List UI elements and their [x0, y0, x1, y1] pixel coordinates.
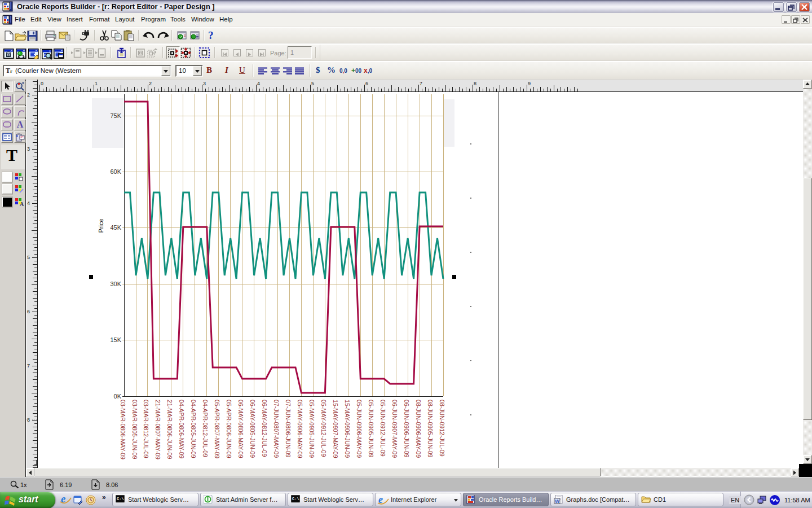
- svg-text:03-MAR-0812-JUL-09: 03-MAR-0812-JUL-09: [143, 400, 149, 458]
- svg-text:06-MAY-0812-JUL-09: 06-MAY-0812-JUL-09: [261, 400, 268, 457]
- svg-text:75K: 75K: [110, 112, 121, 119]
- svg-text:5: 5: [27, 255, 30, 260]
- svg-text:60K: 60K: [110, 168, 121, 175]
- svg-text:07-JUN-0807-MAY-09: 07-JUN-0807-MAY-09: [273, 400, 280, 458]
- svg-text:Price: Price: [98, 218, 104, 233]
- svg-text:04-APR-0812-JUL-09: 04-APR-0812-JUL-09: [202, 400, 209, 457]
- svg-text:0K: 0K: [114, 393, 122, 400]
- svg-text:W: W: [555, 498, 560, 504]
- svg-text:05-JUN-0905-JUN-09: 05-JUN-0905-JUN-09: [368, 400, 374, 458]
- svg-text:C:\: C:\: [117, 497, 124, 501]
- svg-text:05-MAY-0912-JUL-09: 05-MAY-0912-JUL-09: [320, 400, 327, 457]
- svg-text:7: 7: [27, 363, 30, 369]
- svg-text:03-MAR-0805-JUN-09: 03-MAR-0805-JUN-09: [131, 400, 138, 459]
- svg-text:8: 8: [474, 81, 476, 86]
- svg-text:A: A: [20, 201, 24, 207]
- svg-text:05-MAY-0906-MAY-09: 05-MAY-0906-MAY-09: [297, 400, 303, 458]
- svg-text:C:\: C:\: [292, 497, 299, 501]
- svg-text:6: 6: [27, 309, 30, 314]
- svg-text:3: 3: [203, 81, 206, 86]
- svg-text:8: 8: [27, 417, 30, 423]
- svg-text:1: 1: [95, 81, 98, 86]
- svg-text:08-JUN-0912-JUL-09: 08-JUN-0912-JUL-09: [439, 400, 445, 457]
- svg-text:15-MAY-0907-MAY-09: 15-MAY-0907-MAY-09: [332, 400, 339, 458]
- svg-text:05-APR-0806-JUN-09: 05-APR-0806-JUN-09: [226, 400, 232, 458]
- svg-text:05-APR-0807-MAY-09: 05-APR-0807-MAY-09: [214, 400, 220, 458]
- svg-text:07-JUN-0806-JUN-09: 07-JUN-0806-JUN-09: [285, 400, 292, 458]
- svg-text:4: 4: [27, 200, 30, 206]
- svg-text:21-MAR-0807-MAY-09: 21-MAR-0807-MAY-09: [155, 400, 161, 459]
- svg-text:A: A: [17, 120, 24, 129]
- svg-text:4: 4: [257, 81, 260, 86]
- svg-text:06-MAY-0805-JUN-09: 06-MAY-0805-JUN-09: [249, 400, 256, 458]
- svg-text:04-APR-0805-JUN-09: 04-APR-0805-JUN-09: [190, 400, 197, 458]
- svg-text:05-JUN-0912-JUL-09: 05-JUN-0912-JUL-09: [379, 400, 386, 457]
- svg-text:6: 6: [365, 81, 368, 86]
- svg-text:21-MAR-0806-JUN-09: 21-MAR-0806-JUN-09: [166, 400, 173, 459]
- svg-text:9: 9: [528, 81, 531, 86]
- svg-text:15K: 15K: [110, 336, 121, 343]
- svg-text:06-JUN-0907-MAY-09: 06-JUN-0907-MAY-09: [391, 400, 398, 458]
- svg-text:04-APR-0806-MAY-09: 04-APR-0806-MAY-09: [178, 400, 185, 458]
- svg-text:03-MAR-0806-MAY-09: 03-MAR-0806-MAY-09: [120, 400, 126, 459]
- svg-text:30K: 30K: [110, 281, 121, 287]
- svg-text:08-JUN-0905-JUN-09: 08-JUN-0905-JUN-09: [427, 400, 434, 458]
- svg-text:06-JUN-0906-JUN-09: 06-JUN-0906-JUN-09: [403, 400, 410, 458]
- svg-text:06-MAY-0806-MAY-09: 06-MAY-0806-MAY-09: [237, 400, 244, 458]
- svg-text:0: 0: [41, 81, 43, 86]
- svg-text:3: 3: [27, 146, 30, 152]
- svg-text:45K: 45K: [110, 224, 121, 231]
- svg-text:2: 2: [27, 92, 30, 98]
- svg-text:15-MAY-0906-JUN-09: 15-MAY-0906-JUN-09: [344, 400, 351, 458]
- svg-text:7: 7: [420, 81, 422, 86]
- svg-text:05-JUN-0906-MAY-09: 05-JUN-0906-MAY-09: [356, 400, 363, 458]
- svg-text:2: 2: [149, 81, 152, 86]
- svg-text:05-MAY-0905-JUN-09: 05-MAY-0905-JUN-09: [308, 400, 315, 458]
- svg-text:5: 5: [311, 81, 314, 86]
- svg-text:08-JUN-0906-MAY-09: 08-JUN-0906-MAY-09: [415, 400, 422, 458]
